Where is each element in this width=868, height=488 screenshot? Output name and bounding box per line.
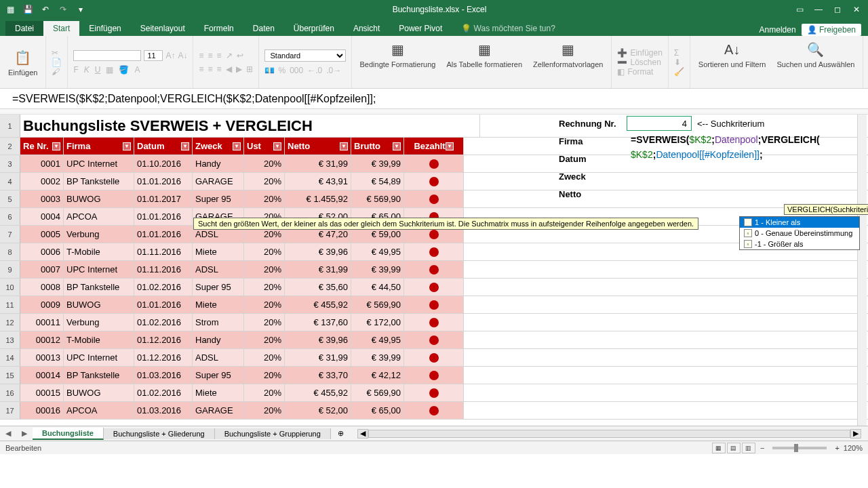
col-ust[interactable]: Ust▾ (244, 138, 285, 155)
cell-ust[interactable]: 20% (244, 155, 285, 172)
cell-re[interactable]: 0006 (20, 243, 64, 260)
font-name-input[interactable] (73, 50, 141, 61)
dropdown-opt-neg1[interactable]: ▫-1 - Größer als (740, 239, 859, 249)
cell-bezahlt[interactable] (404, 384, 464, 401)
col-firma[interactable]: Firma▾ (64, 138, 134, 155)
cell-netto[interactable]: € 137,60 (285, 314, 351, 331)
cell-re[interactable]: 0003 (20, 190, 64, 207)
anmelden-link[interactable]: Anmelden (760, 25, 796, 35)
border-button[interactable]: ▦ (106, 65, 113, 75)
row-header[interactable]: 9 (0, 261, 20, 278)
cell-ust[interactable]: 20% (244, 349, 285, 366)
zoom-in-button[interactable]: + (835, 444, 839, 452)
tab-ansicht[interactable]: Ansicht (344, 21, 389, 36)
cell-brutto[interactable]: € 39,99 (351, 349, 404, 366)
scroll-right-icon[interactable]: ▶ (850, 429, 861, 439)
cell-zweck[interactable]: GARAGE (193, 402, 244, 419)
cell-netto[interactable]: € 33,70 (285, 367, 351, 384)
cell-zweck[interactable]: GARAGE (193, 173, 244, 190)
cell-datum[interactable]: 01.03.2016 (134, 402, 193, 419)
filter-icon[interactable]: ▾ (123, 142, 131, 150)
decrease-decimal-icon[interactable]: .0→ (326, 66, 341, 75)
merge-icon[interactable]: ⊞ (246, 64, 253, 74)
cell-firma[interactable]: BUWOG (64, 384, 134, 401)
cell-re[interactable]: 0008 (20, 279, 64, 296)
sheet-tab-gruppierung[interactable]: Buchungsliste + Gruppierung (215, 428, 331, 439)
fill-color-button[interactable]: 🪣 (119, 65, 129, 75)
orientation-icon[interactable]: ↗ (226, 51, 233, 60)
cell-netto[interactable]: € 31,99 (285, 261, 351, 278)
cell-datum[interactable]: 01.02.2016 (134, 314, 193, 331)
cell-datum[interactable]: 01.01.2017 (134, 190, 193, 207)
cell-datum[interactable]: 01.02.2016 (134, 384, 193, 401)
cell-re[interactable]: 0007 (20, 261, 64, 278)
cut-icon[interactable]: ✂ (52, 48, 58, 58)
tab-seitenlayout[interactable]: Seitenlayout (131, 21, 195, 36)
conditional-formatting-button[interactable]: ▦Bedingte Formatierung (357, 39, 439, 85)
cell-brutto[interactable]: € 42,12 (351, 367, 404, 384)
cell-zweck[interactable]: Miete (193, 384, 244, 401)
row-header[interactable]: 13 (0, 331, 20, 348)
cell-zweck[interactable]: ADSL (193, 261, 244, 278)
filter-icon[interactable]: ▾ (340, 142, 348, 150)
row-header[interactable]: 7 (0, 226, 20, 243)
align-left-icon[interactable]: ≡ (199, 64, 203, 74)
find-select-button[interactable]: 🔍Suchen und Auswählen (774, 39, 858, 85)
indent-inc-icon[interactable]: ▶ (236, 64, 242, 74)
cell-re[interactable]: 0002 (20, 173, 64, 190)
cell-datum[interactable]: 01.11.2016 (134, 261, 193, 278)
cell-bezahlt[interactable] (404, 402, 464, 419)
cell-zweck[interactable]: Super 95 (193, 367, 244, 384)
cell-firma[interactable]: BUWOG (64, 190, 134, 207)
sheet-tab-gliederung[interactable]: Buchungsliste + Gliederung (104, 428, 215, 439)
cell-datum[interactable]: 01.11.2016 (134, 243, 193, 260)
row-header[interactable]: 15 (0, 367, 20, 384)
bold-button[interactable]: F (73, 65, 78, 75)
maximize-icon[interactable]: ◻ (829, 2, 846, 17)
dropdown-opt-1[interactable]: ▫1 - Kleiner als (740, 217, 859, 228)
cell-ust[interactable]: 20% (244, 279, 285, 296)
cell-brutto[interactable]: € 172,00 (351, 314, 404, 331)
tell-me-input[interactable]: 💡 Was möchten Sie tun? (452, 21, 565, 36)
cell-zweck[interactable]: Super 95 (193, 190, 244, 207)
cell-ust[interactable]: 20% (244, 314, 285, 331)
decrease-font-icon[interactable]: A↓ (178, 51, 187, 60)
cell-netto[interactable]: € 39,96 (285, 331, 351, 348)
cell-brutto[interactable]: € 49,95 (351, 331, 404, 348)
format-painter-icon[interactable]: 🖌 (52, 67, 60, 77)
copy-icon[interactable]: 📄 (52, 58, 62, 67)
filter-icon[interactable]: ▾ (273, 142, 281, 150)
freigeben-button[interactable]: 👤 Freigeben (802, 24, 861, 36)
zoom-slider[interactable] (772, 447, 827, 449)
filter-icon[interactable]: ▾ (233, 142, 241, 150)
cell-ust[interactable]: 20% (244, 296, 285, 313)
delete-cells-icon[interactable]: ➖ (617, 58, 627, 67)
clear-icon[interactable]: 🧹 (674, 67, 684, 77)
cell-firma[interactable]: UPC Internet (64, 155, 134, 172)
cell-netto[interactable]: € 31,99 (285, 155, 351, 172)
horizontal-scrollbar[interactable]: ◀ ▶ (351, 429, 868, 439)
filter-icon[interactable]: ▾ (446, 142, 454, 150)
cell-firma[interactable]: BP Tankstelle (64, 173, 134, 190)
cell-bezahlt[interactable] (404, 261, 464, 278)
dropdown-opt-0[interactable]: ▫0 - Genaue Übereinstimmung (740, 228, 859, 239)
tab-powerpivot[interactable]: Power Pivot (389, 21, 452, 36)
increase-decimal-icon[interactable]: ←.0 (307, 66, 322, 75)
col-bezahlt[interactable]: Bezahlt▾ (404, 138, 464, 155)
row-header[interactable]: 14 (0, 349, 20, 366)
cell-ust[interactable]: 20% (244, 173, 285, 190)
tab-formeln[interactable]: Formeln (195, 21, 243, 36)
cell-bezahlt[interactable] (404, 155, 464, 172)
cell-firma[interactable]: Verbung (64, 226, 134, 243)
view-layout-button[interactable]: ▤ (727, 443, 741, 453)
percent-icon[interactable]: % (279, 66, 286, 75)
cell-datum[interactable]: 01.01.2016 (134, 296, 193, 313)
tab-datei[interactable]: Datei (5, 21, 43, 36)
cell-brutto[interactable]: € 44,50 (351, 279, 404, 296)
tab-daten[interactable]: Daten (243, 21, 284, 36)
cell-netto[interactable]: € 31,99 (285, 349, 351, 366)
paste-button[interactable]: 📋 Einfügen (5, 47, 40, 78)
cell-ust[interactable]: 20% (244, 331, 285, 348)
cell-bezahlt[interactable] (404, 314, 464, 331)
cell-zweck[interactable]: Miete (193, 296, 244, 313)
